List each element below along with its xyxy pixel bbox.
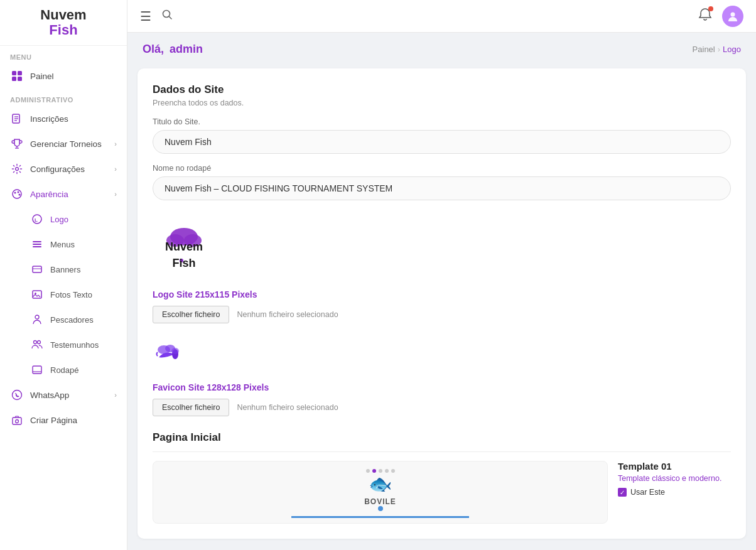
- sidebar-item-fotos-texto[interactable]: Fotos Texto: [0, 282, 127, 307]
- top-header: ☰: [127, 0, 756, 33]
- whatsapp-icon: [10, 388, 24, 402]
- sidebar-item-configuracoes[interactable]: Configurações ›: [0, 156, 127, 181]
- sidebar: Nuvem Fish MENU Painel ADMINISTRATIVO In…: [0, 0, 127, 550]
- pagina-inicial-title: Pagina Inicial: [153, 431, 731, 444]
- people-icon: [30, 338, 44, 352]
- svg-rect-0: [12, 71, 16, 75]
- greeting: Olá, admin: [143, 43, 203, 56]
- logo-choose-file-button[interactable]: Escolher ficheiro: [153, 306, 229, 323]
- notification-dot: [708, 6, 713, 11]
- svg-point-12: [14, 192, 16, 194]
- footer-name-input[interactable]: [153, 176, 731, 200]
- template-desc: Template clássico e moderno.: [618, 474, 731, 483]
- template-check[interactable]: ✓ Usar Este: [618, 488, 731, 497]
- admin-section-label: ADMINISTRATIVO: [0, 89, 127, 106]
- svg-rect-17: [33, 241, 41, 242]
- usar-este-label: Usar Este: [630, 488, 665, 497]
- svg-text:L: L: [35, 217, 38, 223]
- bovile-label: BOVILE: [364, 497, 396, 506]
- sidebar-item-testemunhos-label: Testemunhos: [50, 340, 99, 350]
- template-info: Template 01 Template clássico e moderno.…: [618, 461, 731, 497]
- sidebar-item-rodape[interactable]: Rodapé: [0, 357, 127, 382]
- fish-people-icon: [30, 313, 44, 326]
- svg-point-13: [18, 191, 19, 193]
- svg-rect-18: [33, 244, 41, 245]
- svg-rect-27: [33, 366, 41, 374]
- header-right: [698, 6, 743, 27]
- chevron-right-icon4: ›: [114, 391, 117, 399]
- favicon-choose-file-button[interactable]: Escolher ficheiro: [153, 399, 229, 416]
- template-preview: 🐟 BOVILE: [153, 461, 608, 524]
- palette-icon: [10, 187, 24, 201]
- template-name: Template 01: [618, 461, 731, 472]
- svg-point-32: [163, 11, 170, 18]
- banner-icon: [30, 262, 44, 276]
- hamburger-button[interactable]: ☰: [140, 9, 151, 24]
- card-subtitle: Preencha todos os dados.: [153, 99, 731, 107]
- grid-icon: [10, 69, 24, 83]
- template-row: 🐟 BOVILE Template 01 Template clássico e…: [153, 461, 731, 524]
- main-area: ☰ Olá, admin Painel › Logo: [127, 0, 756, 550]
- breadcrumb-root[interactable]: Painel: [693, 45, 715, 54]
- breadcrumb-sep: ›: [718, 45, 720, 54]
- menu-icon: [30, 237, 44, 251]
- svg-rect-30: [13, 418, 21, 424]
- sidebar-item-pescadores[interactable]: Pescadores: [0, 307, 127, 332]
- notification-bell[interactable]: [698, 8, 712, 24]
- svg-rect-2: [12, 77, 16, 81]
- sidebar-item-inscricoes[interactable]: Inscrições: [0, 106, 127, 131]
- sidebar-item-logo[interactable]: L Logo: [0, 207, 127, 232]
- page-content: Olá, admin Painel › Logo Dados do Site P…: [127, 33, 756, 550]
- sidebar-item-whatsapp-label: WhatsApp: [30, 391, 69, 400]
- sidebar-item-menus[interactable]: Menus: [0, 232, 127, 257]
- bovile-fish-icon: 🐟: [369, 473, 392, 495]
- sidebar-item-testemunhos[interactable]: Testemunhos: [0, 332, 127, 357]
- card-title: Dados do Site: [153, 84, 731, 96]
- user-avatar[interactable]: [722, 6, 743, 27]
- svg-point-26: [38, 341, 41, 344]
- sidebar-item-aparencia[interactable]: Aparência ›: [0, 181, 127, 207]
- sidebar-item-rodape-label: Rodapé: [50, 365, 79, 375]
- divider: [153, 451, 731, 452]
- svg-text:Nuvem: Nuvem: [165, 240, 203, 253]
- svg-point-10: [16, 168, 19, 171]
- svg-point-34: [731, 12, 735, 16]
- svg-point-25: [34, 341, 37, 344]
- search-button[interactable]: [161, 9, 173, 23]
- site-title-label: Titulo do Site.: [153, 117, 731, 126]
- sidebar-item-criar-pagina-label: Criar Página: [30, 416, 77, 425]
- page-header: Olá, admin Painel › Logo: [127, 33, 756, 61]
- chevron-right-icon: ›: [114, 140, 117, 148]
- sidebar-item-criar-pagina[interactable]: Criar Página: [0, 407, 127, 433]
- sidebar-item-menus-label: Menus: [50, 240, 75, 249]
- breadcrumb: Painel › Logo: [693, 45, 741, 54]
- svg-point-23: [35, 293, 36, 294]
- chevron-right-icon3: ›: [114, 190, 117, 198]
- menu-section-label: MENU: [0, 46, 127, 63]
- checkbox-checked: ✓: [618, 488, 627, 497]
- trophy-icon: [10, 137, 24, 151]
- brand-logo: Nuvem Fish: [40, 8, 86, 38]
- sidebar-item-banners[interactable]: Banners: [0, 257, 127, 282]
- logo-preview: Nuvem Fish: [153, 218, 731, 277]
- sidebar-item-inscricoes-label: Inscrições: [30, 114, 68, 124]
- svg-rect-3: [18, 77, 22, 81]
- sidebar-item-configuracoes-label: Configurações: [30, 164, 85, 174]
- svg-point-14: [19, 194, 21, 196]
- logo-icon: L: [30, 212, 44, 226]
- favicon-preview: [153, 338, 731, 372]
- sidebar-item-whatsapp[interactable]: WhatsApp ›: [0, 382, 127, 407]
- site-title-input[interactable]: [153, 130, 731, 154]
- sidebar-item-pescadores-label: Pescadores: [50, 315, 94, 325]
- svg-point-44: [171, 348, 179, 354]
- svg-rect-20: [33, 266, 41, 272]
- sidebar-item-banners-label: Banners: [50, 265, 80, 274]
- edit-icon: [10, 112, 24, 126]
- svg-line-33: [170, 17, 172, 19]
- template-bottom-bar: [291, 516, 469, 518]
- gear-icon: [10, 162, 24, 176]
- svg-point-31: [16, 420, 19, 423]
- sidebar-item-aparencia-label: Aparência: [30, 190, 68, 199]
- sidebar-item-gerenciar-torneios[interactable]: Gerenciar Torneios ›: [0, 131, 127, 156]
- sidebar-item-painel[interactable]: Painel: [0, 63, 127, 89]
